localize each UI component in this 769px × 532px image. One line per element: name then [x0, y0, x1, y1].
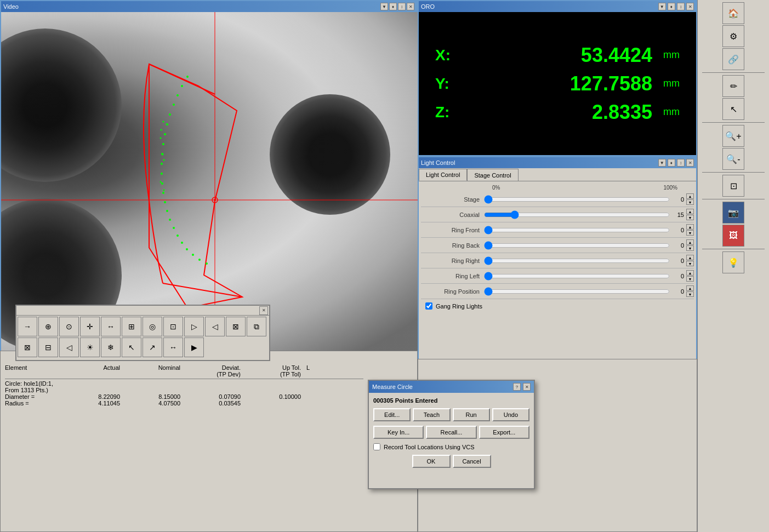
mcd-run-btn[interactable]: Run — [453, 408, 490, 421]
ft-btn-target[interactable]: ⊠ — [226, 317, 246, 336]
ft-btn-circle-dot[interactable]: ⊙ — [59, 317, 79, 336]
ft-btn-extra[interactable]: ⧉ — [247, 317, 266, 336]
oro-close-btn[interactable]: ✕ — [686, 3, 694, 10]
light-close-btn[interactable]: ✕ — [686, 159, 694, 167]
sidebar-btn-zoom-out[interactable]: 🔍- — [722, 148, 744, 170]
col-header-l: L — [306, 364, 339, 377]
sidebar-btn-zoom-in[interactable]: 🔍+ — [722, 125, 744, 147]
oro-float-btn[interactable]: ♦ — [668, 3, 675, 10]
stage-slider[interactable] — [484, 196, 670, 203]
ft-btn-circle-measure[interactable]: ◎ — [143, 317, 162, 336]
ft-btn-cross-target[interactable]: ✛ — [80, 317, 100, 336]
ring-right-slider[interactable] — [484, 258, 670, 264]
tab-light-control[interactable]: Light Control — [419, 169, 467, 181]
ring-front-slider[interactable] — [484, 227, 670, 233]
mcd-recall-btn[interactable]: Recall... — [426, 426, 476, 439]
ft-btn-snowflake[interactable]: ❄ — [101, 337, 121, 357]
ring-right-arrow-down[interactable]: ▼ — [686, 261, 694, 266]
ft-btn-grid-add[interactable]: ⊞ — [122, 317, 141, 336]
video-pin-btn[interactable]: ▼ — [380, 3, 388, 10]
ft-btn-play-r[interactable]: ▷ — [184, 317, 204, 336]
tab-stage-control[interactable]: Stage Control — [467, 169, 518, 181]
ring-left-arrow-up[interactable]: ▲ — [686, 270, 694, 276]
mcd-teach-btn[interactable]: Teach — [413, 408, 450, 421]
coord-value-y: 127.7588 — [468, 72, 652, 95]
stage-arrow-down[interactable]: ▼ — [686, 199, 694, 205]
sidebar-btn-settings[interactable]: ⚙ — [722, 25, 744, 47]
ring-front-arrow-down[interactable]: ▼ — [686, 230, 694, 236]
ft-btn-square-dot[interactable]: ⊡ — [163, 317, 183, 336]
sidebar-btn-pointer[interactable]: ↖ — [722, 98, 744, 120]
mcd-cancel-btn[interactable]: Cancel — [453, 455, 491, 468]
ring-back-slider[interactable] — [484, 242, 670, 249]
ring-right-arrow-up[interactable]: ▲ — [686, 255, 694, 260]
light-label-ring-left: Ring Left — [421, 273, 484, 279]
video-close-btn[interactable]: ✕ — [407, 3, 414, 10]
oro-pin-btn[interactable]: ▼ — [658, 3, 666, 10]
meas-cell-actual-2: 4.11045 — [65, 400, 126, 407]
sidebar-btn-home[interactable]: 🏠 — [722, 2, 744, 24]
mcd-edit-btn[interactable]: Edit... — [373, 408, 411, 421]
mcd-close-btn[interactable]: ✕ — [523, 383, 531, 391]
oro-maximize-btn[interactable]: ↕ — [677, 3, 685, 10]
ft-btn-play-btn[interactable]: ▶ — [184, 337, 204, 357]
sidebar-btn-link[interactable]: 🔗 — [722, 48, 744, 70]
ft-btn-sun[interactable]: ☀ — [80, 337, 100, 357]
stage-arrow-up[interactable]: ▲ — [686, 193, 694, 199]
ring-position-slider[interactable] — [484, 288, 670, 295]
ft-btn-cursor2[interactable]: ↗ — [143, 337, 162, 357]
sidebar-divider-4 — [702, 199, 764, 199]
sidebar-btn-pen[interactable]: ✏ — [722, 75, 744, 97]
meas-row-0: Circle: hole1(ID:1, From 1313 Pts.) — [5, 380, 363, 393]
ring-back-arrow-up[interactable]: ▲ — [686, 239, 694, 245]
meas-cell-nominal-1: 8.15000 — [126, 393, 186, 400]
light-pin-btn[interactable]: ▼ — [658, 159, 666, 167]
light-label-ring-back: Ring Back — [421, 242, 484, 249]
ft-titlebar: ✕ — [16, 306, 269, 316]
ring-front-arrow-up[interactable]: ▲ — [686, 224, 694, 230]
gang-ring-checkbox[interactable] — [425, 302, 432, 310]
video-float-btn[interactable]: ♦ — [389, 3, 397, 10]
ft-btn-cursor[interactable]: ↖ — [122, 337, 141, 357]
ring-left-arrow-down[interactable]: ▼ — [686, 276, 694, 282]
ring-position-arrow-up[interactable]: ▲ — [686, 285, 694, 291]
right-circle — [270, 94, 390, 215]
ring-position-arrow-down[interactable]: ▼ — [686, 291, 694, 297]
ft-btn-play-l[interactable]: ◁ — [205, 317, 225, 336]
coaxial-slider-container — [484, 207, 670, 222]
gang-ring-row: Gang Ring Lights — [421, 299, 694, 313]
sidebar-btn-light[interactable]: 💡 — [722, 251, 744, 273]
coaxial-arrow-up[interactable]: ▲ — [686, 209, 694, 214]
coaxial-arrow-down[interactable]: ▼ — [686, 215, 694, 220]
col-header-element: Element — [5, 364, 65, 377]
mcd-ok-btn[interactable]: OK — [412, 455, 451, 468]
ft-btn-plus-crosshair[interactable]: ⊕ — [38, 317, 58, 336]
ft-btn-cursor3[interactable]: ↔ — [163, 337, 183, 357]
ft-btn-arrow-right[interactable]: → — [18, 317, 37, 336]
mcd-undo-btn[interactable]: Undo — [492, 408, 529, 421]
mcd-help-btn[interactable]: ? — [513, 383, 521, 391]
video-maximize-btn[interactable]: ↕ — [398, 3, 406, 10]
mcd-export-btn[interactable]: Export... — [479, 426, 529, 439]
ft-btn-arrows-lr[interactable]: ↔ — [101, 317, 121, 336]
meas-cell-element-2: Radius = — [5, 400, 65, 407]
ring-left-value: 0 — [670, 273, 685, 279]
mcd-vcs-checkbox[interactable] — [373, 443, 380, 450]
sidebar-btn-zoom-region[interactable]: ⊡ — [722, 175, 744, 197]
mcd-title: Measure Circle — [372, 384, 413, 390]
ft-btn-minus-sq[interactable]: ⊟ — [38, 337, 58, 357]
ring-front-slider-container — [484, 222, 670, 237]
coaxial-slider[interactable] — [484, 211, 670, 218]
light-float-btn[interactable]: ♦ — [668, 159, 675, 167]
ring-back-arrow-down[interactable]: ▼ — [686, 245, 694, 251]
ft-close-btn[interactable]: ✕ — [259, 306, 268, 315]
coord-value-z: 2.8335 — [468, 101, 652, 124]
coord-row-y: Y: 127.7588 mm — [435, 72, 680, 95]
ft-btn-x-sq[interactable]: ⊠ — [18, 337, 37, 357]
ft-btn-l-arrow[interactable]: ◁ — [59, 337, 79, 357]
mcd-keyin-btn[interactable]: Key In... — [373, 426, 424, 439]
ring-left-slider[interactable] — [484, 273, 670, 279]
sidebar-btn-image[interactable]: 🖼 — [722, 225, 744, 247]
light-maximize-btn[interactable]: ↕ — [677, 159, 685, 167]
sidebar-btn-camera[interactable]: 📷 — [722, 202, 744, 224]
